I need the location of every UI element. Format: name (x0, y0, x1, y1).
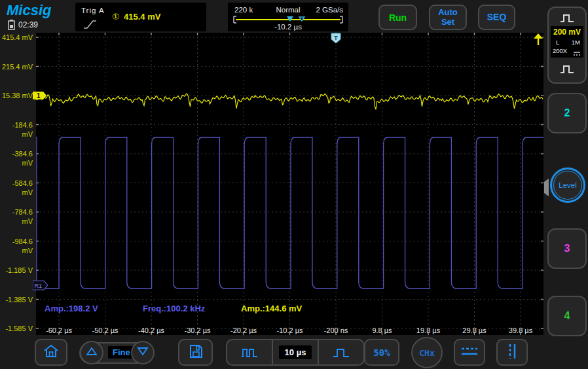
trigger-time-marker-label: T (334, 34, 338, 41)
narrow-pulse-icon (333, 347, 350, 358)
trigger-status-panel[interactable]: Trig A ① 415.4 mV (75, 3, 206, 31)
horizontal-cursors-icon (460, 345, 479, 360)
channel-select-button[interactable]: CHx (411, 337, 443, 368)
vertical-cursors-icon (505, 343, 519, 362)
sample-rate: 2 GSa/s (316, 6, 343, 14)
y-axis-label: -384.6 mV (0, 149, 33, 158)
timebase-group: 10 µs (226, 339, 365, 366)
channel-select-label: CHx (419, 348, 434, 358)
triangle-up-icon (86, 347, 98, 359)
ch1-coupling: L (556, 39, 559, 46)
home-button[interactable] (35, 339, 67, 366)
trigger-level-value: 415.4 mV (124, 12, 160, 22)
scope-canvas[interactable]: 1R1T (33, 33, 543, 335)
y-axis-label: 215.4 mV (0, 62, 33, 71)
ch4-button-label: 4 (564, 310, 570, 322)
trigger-50-percent-button[interactable]: 50% (364, 339, 399, 366)
ch3-button-label: 3 (564, 243, 570, 255)
timebase-value: 10 µs (279, 345, 312, 359)
battery-icon (8, 20, 14, 29)
brand-logo-text: Micsig (7, 2, 51, 18)
auto-set-button[interactable]: Auto Set (429, 5, 467, 30)
ch2-button[interactable]: 2 (547, 93, 587, 133)
clock-time: 02:39 (18, 20, 38, 29)
timebase-value-cell[interactable]: 10 µs (272, 340, 318, 364)
seq-button[interactable]: SEQ (478, 5, 515, 30)
ch3-button[interactable]: 3 (547, 228, 587, 269)
brand-logo: Micsig (7, 2, 51, 19)
dc-coupling-icon (573, 48, 581, 60)
y-axis-label: -584.6 mV (0, 179, 33, 188)
ch4-button[interactable]: 4 (547, 296, 587, 336)
run-button-label: Run (389, 12, 407, 23)
y-axis-label: 415.4 mV (0, 33, 33, 42)
trigger-50-percent-label: 50% (373, 347, 390, 358)
y-axis-label: -784.6 mV (0, 207, 33, 217)
level-knob-arrow-icon (544, 182, 549, 194)
wide-pulses-icon (241, 347, 258, 358)
y-axis-label: -1.385 V (0, 295, 33, 304)
triangle-down-icon (137, 347, 149, 359)
ch1-scale-value: 200 mV (553, 27, 581, 37)
y-axis-label: 15.38 mV (0, 91, 33, 100)
window-position-marker (299, 17, 304, 21)
trigger-source-badge: ① (112, 12, 120, 22)
y-axis-label: -184.6 mV (0, 120, 33, 130)
ref-position-flag-label: R1 (35, 283, 43, 289)
y-axis-label: -984.6 mV (0, 237, 33, 246)
ch1-impedance: 1M (572, 39, 580, 46)
plot-background (36, 33, 543, 335)
increase-button[interactable] (80, 341, 103, 364)
home-icon (43, 343, 60, 362)
save-button[interactable] (178, 339, 213, 366)
memory-depth: 220 k (234, 6, 253, 14)
ch2-button-label: 2 (564, 107, 570, 119)
trigger-label: Trig A (81, 7, 105, 14)
rising-edge-icon (83, 18, 98, 33)
timebase-faster-button[interactable] (318, 340, 363, 364)
level-knob[interactable]: Level (550, 167, 585, 203)
horizontal-cursors-button[interactable] (454, 339, 485, 366)
trigger-delay-value: -10.2 µs (274, 23, 302, 31)
timebase-slower-button[interactable] (227, 340, 272, 364)
y-axis-label: -1.585 V (0, 324, 33, 333)
ch1-probe-factor: 200X (553, 47, 567, 54)
pulse-down-icon[interactable] (559, 64, 575, 77)
ch1-vertical-control[interactable]: 200 mV L 1M 200X (547, 7, 587, 84)
run-button[interactable]: Run (378, 5, 417, 30)
pulse-up-icon[interactable] (559, 13, 575, 26)
auto-set-button-label: Auto Set (437, 8, 459, 27)
y-axis-label: -1.185 V (0, 266, 33, 275)
save-icon (188, 343, 204, 362)
decrease-button[interactable] (131, 341, 155, 364)
vertical-cursors-button[interactable] (496, 339, 528, 366)
seq-button-label: SEQ (487, 12, 507, 22)
level-knob-label: Level (559, 181, 577, 189)
ch1-position-flag-label: 1 (37, 92, 41, 99)
acquisition-panel[interactable]: 220 k Normal 2 GSa/s -10.2 µs (228, 3, 348, 31)
oscilloscope-app: { "header": { "logo": "Micsig", "time": … (0, 0, 588, 369)
ch1-info-box: 200 mV L 1M 200X (551, 26, 583, 58)
acquisition-mode: Normal (276, 6, 300, 14)
